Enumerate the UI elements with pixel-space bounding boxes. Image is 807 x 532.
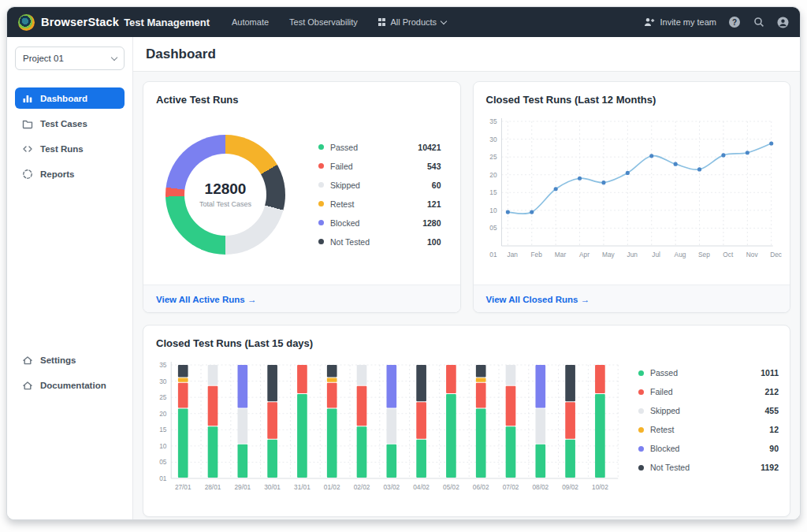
legend-row-retest: Retest 12 [638,420,779,439]
sidebar-item-reports[interactable]: Reports [15,163,125,184]
total-test-cases-value: 12800 [205,180,247,198]
stacked-bar-chart: 353025201510050127/0128/0129/0130/0131/0… [148,357,624,516]
navbar-right: Invite my team ? [644,17,789,28]
page-title: Dashboard [146,47,216,62]
legend-row-retest: Retest 121 [318,195,441,214]
page-header: Dashboard [133,37,800,72]
svg-text:30: 30 [489,136,497,143]
legend-value: 1280 [422,218,441,228]
project-selector-value: Project 01 [23,54,64,63]
svg-text:27/01: 27/01 [175,483,192,491]
legend-dot-failed [638,389,644,395]
legend-label: Passed [330,143,358,152]
nav-link-test-observability[interactable]: Test Observability [289,17,358,27]
line-chart: 3530252015100501JanFebMarAprMayJunJulAug… [474,109,790,285]
svg-text:29/01: 29/01 [234,483,251,491]
legend-label: Failed [330,162,353,171]
legend-dot-blocked [318,220,324,225]
all-products-menu[interactable]: All Products [378,17,446,27]
product-name: Test Management [124,17,210,28]
view-all-active-runs-link[interactable]: View All Active Runs → [156,295,256,304]
svg-text:20: 20 [489,171,497,179]
active-test-runs-card: Active Test Runs 12800 Total Test Cases … [143,81,461,313]
home-icon [22,355,33,366]
invite-team-button[interactable]: Invite my team [644,17,716,27]
legend-value: 100 [427,237,441,247]
sidebar-item-label: Test Cases [40,119,87,128]
sidebar-footer-nav: SettingsDocumentation [15,349,125,400]
legend-dot-not_tested [318,239,324,244]
folder-icon [22,118,33,129]
svg-text:01: 01 [489,251,497,259]
search-icon[interactable] [753,17,764,28]
sidebar-item-dashboard[interactable]: Dashboard [15,87,125,109]
app-window: BrowserStack Test Management Automate Te… [6,6,801,520]
sidebar-item-label: Documentation [40,381,106,390]
view-all-closed-runs-link[interactable]: View All Closed Runs → [486,295,590,304]
svg-text:35: 35 [489,117,497,125]
legend-value: 10421 [418,143,441,152]
project-selector[interactable]: Project 01 [15,47,125,70]
closed-runs-legend: Passed 1011 Failed 212 Skipped 455 Retes… [638,363,779,516]
svg-text:30: 30 [159,377,167,385]
grid-icon [378,18,386,26]
all-products-label: All Products [390,17,437,27]
legend-label: Blocked [650,444,679,453]
legend-row-skipped: Skipped 455 [638,401,779,420]
legend-value: 121 [427,199,441,209]
total-test-cases-label: Total Test Cases [199,200,251,208]
navbar-links: Automate Test Observability All Products [232,17,446,27]
svg-text:10: 10 [489,206,497,214]
svg-text:Nov: Nov [746,251,758,259]
legend-dot-passed [638,370,644,376]
legend-row-failed: Failed 212 [638,382,779,401]
nav-link-automate[interactable]: Automate [232,17,269,27]
help-icon[interactable]: ? [729,17,740,28]
legend-dot-failed [318,163,324,169]
svg-text:10: 10 [159,442,167,450]
circle-icon [22,169,33,180]
legend-value: 60 [432,180,441,190]
sidebar-item-settings[interactable]: Settings [15,349,125,370]
closed-15-days-card: Closed Test Runs (Last 15 days) 35302520… [143,325,790,517]
svg-text:Apr: Apr [578,251,589,259]
svg-text:Mar: Mar [554,251,566,259]
legend-value: 1192 [761,463,779,472]
legend-label: Passed [650,368,678,378]
profile-icon[interactable] [777,17,789,28]
svg-text:05: 05 [489,224,497,232]
svg-text:06/02: 06/02 [473,483,489,491]
legend-value: 12 [769,425,779,434]
legend-label: Retest [330,199,354,209]
donut-center: 12800 Total Test Cases [165,135,285,255]
sidebar-nav: DashboardTest CasesTest RunsReports [15,87,125,188]
legend-row-blocked: Blocked 1280 [318,214,441,233]
svg-text:05/02: 05/02 [443,483,459,491]
svg-text:15: 15 [159,426,167,433]
sidebar-item-label: Dashboard [40,94,87,103]
sidebar-item-test-runs[interactable]: Test Runs [15,138,125,159]
svg-text:05: 05 [159,458,167,466]
legend-dot-blocked [638,446,644,452]
svg-text:10/02: 10/02 [592,483,608,491]
closed-12-months-card: Closed Test Runs (Last 12 Months) 353025… [473,81,791,313]
legend-value: 212 [764,387,779,396]
svg-text:Dec: Dec [770,251,782,259]
chevron-down-icon [111,54,117,60]
browserstack-logo-icon[interactable] [18,14,35,31]
legend-dot-retest [638,427,644,433]
person-add-icon [644,17,655,27]
sidebar-item-test-cases[interactable]: Test Cases [15,113,125,134]
legend-label: Blocked [330,218,359,228]
active-card-title: Active Test Runs [143,82,460,109]
legend-dot-skipped [638,408,644,414]
legend-label: Not Tested [650,463,690,472]
legend-row-blocked: Blocked 90 [638,439,779,458]
brand-name[interactable]: BrowserStack [41,16,119,28]
sidebar-item-documentation[interactable]: Documentation [15,374,125,396]
legend-row-skipped: Skipped 60 [318,176,441,195]
active-card-footer: View All Active Runs → [143,285,460,312]
code-icon [22,143,33,154]
svg-text:Oct: Oct [723,251,734,259]
svg-text:31/01: 31/01 [294,483,311,491]
